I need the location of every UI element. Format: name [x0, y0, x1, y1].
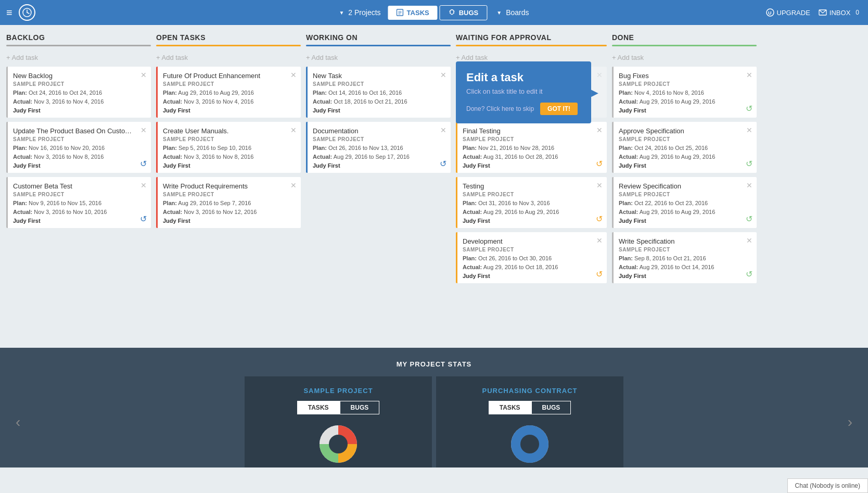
close-icon[interactable]: ✕: [596, 126, 603, 134]
boards-button[interactable]: ▼ Boards: [489, 5, 536, 20]
task-project: SAMPLE PROJECT: [13, 192, 146, 197]
task-dates: Plan: Oct 22, 2016 to Oct 23, 2016 Actua…: [619, 199, 751, 216]
task-title[interactable]: Write Specification: [619, 237, 751, 245]
stats-title: MY PROJECT STATS: [0, 360, 868, 368]
task-project: SAMPLE PROJECT: [463, 247, 602, 252]
close-icon[interactable]: ✕: [596, 71, 603, 79]
task-card: ✕ Testing SAMPLE PROJECT Plan: Oct 31, 2…: [456, 177, 607, 228]
add-task-done[interactable]: + Add task: [612, 52, 757, 67]
pie-chart-purchasing: [446, 421, 613, 467]
stats-card-title-purchasing: PURCHASING CONTRACT: [446, 387, 613, 395]
stats-card-sample: SAMPLE PROJECT TASKS BUGS: [245, 376, 432, 467]
svg-line-11: [454, 11, 455, 11]
task-project: SAMPLE PROJECT: [619, 136, 751, 142]
close-icon[interactable]: ✕: [596, 236, 603, 245]
projects-dropdown[interactable]: ▼ 2 Projects: [331, 5, 388, 20]
add-task-backlog[interactable]: + Add task: [6, 52, 151, 67]
task-title[interactable]: Customer Beta Test: [13, 182, 146, 190]
inbox-button[interactable]: INBOX 0: [819, 8, 862, 17]
task-user: Judy First: [13, 218, 146, 224]
close-icon[interactable]: ✕: [596, 181, 603, 189]
repeat-icon[interactable]: ↺: [746, 214, 752, 224]
task-user: Judy First: [463, 273, 602, 279]
task-user: Judy First: [463, 162, 602, 169]
column-done-header: DONE: [612, 33, 757, 45]
add-task-open[interactable]: + Add task: [156, 52, 301, 67]
task-title[interactable]: Final Testing: [463, 127, 602, 135]
add-task-working[interactable]: + Add task: [306, 52, 451, 67]
task-title[interactable]: Future Of Product Enhancement: [163, 72, 296, 80]
tooltip-gotit-button[interactable]: GOT IT!: [540, 103, 578, 115]
stats-tab-tasks-sample[interactable]: TASKS: [297, 401, 340, 414]
close-icon[interactable]: ✕: [440, 71, 446, 79]
task-dates: Plan: Sep 5, 2016 to Sep 10, 2016 Actual…: [163, 144, 296, 161]
close-icon[interactable]: ✕: [141, 126, 147, 134]
task-project: SAMPLE PROJECT: [619, 247, 751, 252]
close-icon[interactable]: ✕: [290, 126, 297, 134]
close-icon[interactable]: ✕: [746, 71, 752, 79]
task-dates: Plan: Sep 8, 2016 to Oct 21, 2016 Actual…: [619, 254, 751, 271]
repeat-icon[interactable]: ↺: [746, 159, 752, 169]
task-card: ✕ Customer Beta Test SAMPLE PROJECT Plan…: [6, 177, 151, 228]
repeat-icon[interactable]: ↺: [596, 269, 603, 279]
pie-chart-sample: [255, 421, 422, 467]
hamburger-icon[interactable]: ≡: [6, 7, 12, 19]
bugs-button[interactable]: BUGS: [440, 5, 488, 20]
stats-tab-tasks-purchasing[interactable]: TASKS: [489, 401, 531, 414]
close-icon[interactable]: ✕: [440, 126, 446, 134]
task-title[interactable]: Review Specification: [619, 182, 751, 190]
close-icon[interactable]: ✕: [746, 181, 752, 189]
tasks-button[interactable]: TASKS: [388, 6, 438, 20]
repeat-icon[interactable]: ↺: [746, 269, 752, 279]
column-open-header: OPEN TASKS: [156, 33, 301, 45]
task-title[interactable]: Write Product Requirements: [163, 182, 296, 190]
task-user: Judy First: [619, 273, 751, 279]
repeat-icon[interactable]: ↺: [596, 159, 603, 169]
task-title[interactable]: New Task: [313, 72, 445, 80]
stats-tab-bugs-purchasing[interactable]: BUGS: [531, 401, 571, 414]
nav-arrow-right[interactable]: ›: [848, 414, 852, 431]
task-title[interactable]: New Backlog: [13, 72, 146, 80]
close-icon[interactable]: ✕: [141, 181, 147, 189]
task-title[interactable]: Bug Fixes: [619, 72, 751, 80]
inbox-count: 0: [853, 8, 862, 17]
repeat-icon[interactable]: ↺: [140, 214, 147, 224]
close-icon[interactable]: ✕: [290, 181, 297, 189]
svg-line-10: [450, 11, 451, 11]
task-title[interactable]: Update The Product Based On Custo…: [13, 127, 146, 135]
close-icon[interactable]: ✕: [746, 236, 752, 245]
svg-line-12: [450, 13, 451, 14]
repeat-icon[interactable]: ↺: [140, 159, 147, 169]
task-user: Judy First: [163, 107, 296, 113]
task-card: ✕ Documentation SAMPLE PROJECT Plan: Oct…: [306, 122, 451, 173]
task-title[interactable]: Development: [463, 237, 602, 245]
column-done: DONE + Add task ✕ Bug Fixes SAMPLE PROJE…: [612, 33, 757, 348]
task-title[interactable]: Approve Specification: [619, 127, 751, 135]
column-working-divider: [306, 45, 451, 46]
task-project: SAMPLE PROJECT: [463, 136, 602, 142]
task-title[interactable]: Testing: [463, 182, 602, 190]
stats-tab-bugs-sample[interactable]: BUGS: [340, 401, 380, 414]
task-card: ✕ Final Testing SAMPLE PROJECT Plan: Nov…: [456, 122, 607, 173]
repeat-icon[interactable]: ↺: [596, 214, 603, 224]
inbox-label: INBOX: [829, 9, 850, 17]
upgrade-button[interactable]: U UPGRADE: [766, 8, 810, 17]
task-user: Judy First: [313, 107, 445, 113]
tooltip-skip[interactable]: Done? Click here to skip: [466, 105, 534, 112]
repeat-icon[interactable]: ↺: [440, 159, 446, 169]
task-project: SAMPLE PROJECT: [313, 81, 445, 87]
task-title[interactable]: Create User Manuals.: [163, 127, 296, 135]
tooltip-footer: Done? Click here to skip GOT IT!: [466, 103, 581, 115]
nav-arrow-left[interactable]: ‹: [16, 414, 20, 431]
task-dates: Plan: Oct 24, 2016 to Oct 25, 2016 Actua…: [619, 144, 751, 161]
task-dates: Plan: Oct 26, 2016 to Oct 30, 2016 Actua…: [463, 254, 602, 271]
column-waiting: WAITING FOR APPROVAL + Add task ✕ T… S… …: [456, 33, 607, 348]
repeat-icon[interactable]: ↺: [746, 104, 752, 113]
close-icon[interactable]: ✕: [746, 126, 752, 134]
task-title[interactable]: Documentation: [313, 127, 445, 135]
task-dates: Plan: Oct 24, 2016 to Oct 24, 2016 Actua…: [13, 89, 146, 106]
clock-icon[interactable]: [19, 4, 35, 21]
task-project: SAMPLE PROJECT: [163, 81, 296, 87]
close-icon[interactable]: ✕: [141, 71, 147, 79]
close-icon[interactable]: ✕: [290, 71, 297, 79]
